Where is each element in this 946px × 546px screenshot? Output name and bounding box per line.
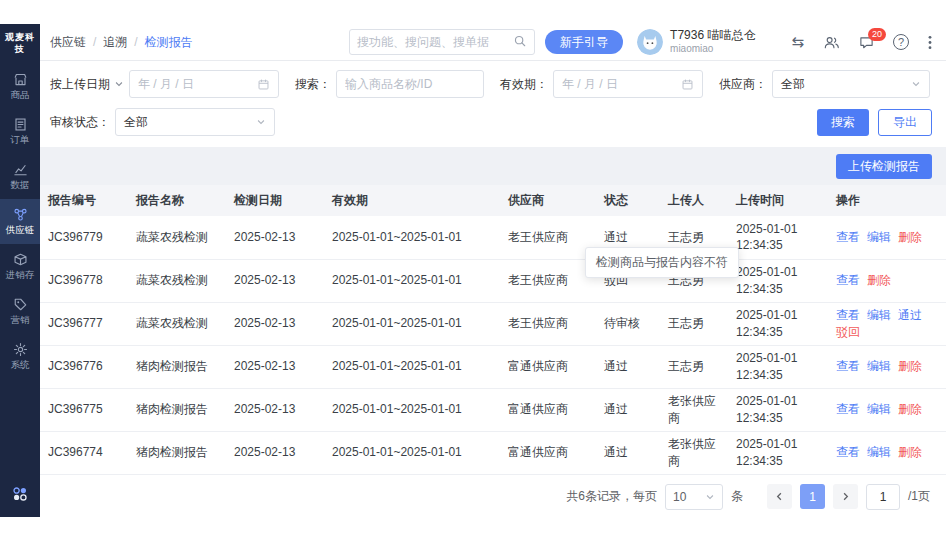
sidebar-item-inventory[interactable]: 进销存 — [0, 244, 40, 289]
date-type-dropdown[interactable]: 按上传日期 — [50, 76, 124, 93]
test-date: 2025-02-13 — [226, 302, 324, 345]
beginner-guide-button[interactable]: 新手引导 — [545, 30, 623, 54]
view-action-link[interactable]: 查看 — [836, 230, 860, 244]
search-button[interactable]: 搜索 — [817, 109, 869, 136]
uploader: 王志勇 — [660, 302, 728, 345]
approve-action-link[interactable]: 通过 — [898, 308, 922, 322]
view-action-link[interactable]: 查看 — [836, 273, 860, 287]
prev-page-button[interactable] — [767, 484, 792, 509]
product-search-input[interactable] — [336, 70, 484, 98]
edit-action-link[interactable]: 编辑 — [867, 230, 891, 244]
help-icon[interactable]: ? — [893, 34, 909, 50]
sidebar-item-goods[interactable]: 商品 — [0, 64, 40, 109]
delete-action-link[interactable]: 删除 — [898, 359, 922, 373]
uploader: 老张供应商 — [660, 431, 728, 474]
more-menu-icon[interactable] — [928, 35, 932, 50]
test-date: 2025-02-13 — [226, 345, 324, 388]
avatar — [637, 29, 663, 55]
report-id: JC396778 — [40, 259, 128, 302]
global-search-input[interactable] — [357, 35, 513, 49]
reject-action-link[interactable]: 驳回 — [836, 325, 860, 339]
upload-time: 2025-01-01 12:34:35 — [728, 345, 828, 388]
sidebar-item-orders[interactable]: 订单 — [0, 109, 40, 154]
row-actions: 查看编辑删除 — [828, 431, 946, 474]
page-1-button[interactable]: 1 — [800, 484, 825, 509]
validity-period: 2025-01-01~2025-01-01 — [324, 431, 500, 474]
validity-period: 2025-01-01~2025-01-01 — [324, 259, 500, 302]
audit-status-select[interactable]: 全部 — [115, 108, 275, 136]
breadcrumb-separator: / — [134, 35, 137, 49]
breadcrumb: 供应链 / 追溯 / 检测报告 — [50, 34, 193, 51]
supply-chain-icon — [13, 207, 28, 222]
topbar: 供应链 / 追溯 / 检测报告 新手引导 — [40, 24, 946, 61]
delete-action-link[interactable]: 删除 — [898, 230, 922, 244]
test-date: 2025-02-13 — [226, 431, 324, 474]
switch-warehouse-icon[interactable]: ⇆ — [791, 35, 804, 50]
upload-report-button[interactable]: 上传检测报告 — [836, 154, 932, 179]
order-doc-icon — [13, 117, 28, 132]
search-icon[interactable] — [513, 34, 527, 51]
sidebar-item-system[interactable]: 系统 — [0, 334, 40, 379]
table-row: JC396775猪肉检测报告2025-02-132025-01-01~2025-… — [40, 388, 946, 431]
sidebar-item-label: 数据 — [11, 181, 30, 191]
report-table-wrap: 报告编号报告名称检测日期有效期供应商状态上传人上传时间操作 JC396779蔬菜… — [40, 185, 946, 475]
table-row: JC396774猪肉检测报告2025-02-132025-01-01~2025-… — [40, 431, 946, 474]
view-action-link[interactable]: 查看 — [836, 308, 860, 322]
upload-time: 2025-01-01 12:34:35 — [728, 259, 828, 302]
audit-status-label: 审核状态： — [50, 114, 110, 131]
validity-period: 2025-01-01~2025-01-01 — [324, 216, 500, 259]
breadcrumb-trace[interactable]: 追溯 — [103, 34, 127, 51]
filter-row-2: 审核状态： 全部 搜索 导出 — [50, 108, 932, 136]
test-date: 2025-02-13 — [226, 388, 324, 431]
page-jump-input[interactable] — [866, 484, 900, 510]
column-header: 状态 — [596, 185, 660, 216]
supplier: 富通供应商 — [500, 345, 596, 388]
delete-action-link[interactable]: 删除 — [898, 402, 922, 416]
sidebar-item-marketing[interactable]: 营销 — [0, 289, 40, 334]
view-action-link[interactable]: 查看 — [836, 359, 860, 373]
contacts-icon[interactable] — [823, 35, 840, 50]
user-profile[interactable]: T7936 喵喵总仓 miaomiao — [637, 29, 755, 55]
edit-action-link[interactable]: 编辑 — [867, 445, 891, 459]
next-page-button[interactable] — [833, 484, 858, 509]
sidebar-item-supply-chain[interactable]: 供应链 — [0, 199, 40, 244]
column-header: 检测日期 — [226, 185, 324, 216]
delete-action-link[interactable]: 删除 — [898, 445, 922, 459]
calendar-icon — [257, 78, 270, 91]
edit-action-link[interactable]: 编辑 — [867, 359, 891, 373]
report-name: 蔬菜农残检测 — [128, 259, 226, 302]
global-search-box[interactable] — [349, 29, 535, 55]
total-pages-label: /1页 — [908, 488, 930, 505]
breadcrumb-supply-chain[interactable]: 供应链 — [50, 34, 86, 51]
export-button[interactable]: 导出 — [878, 109, 932, 136]
page-size-select[interactable]: 10 — [665, 484, 723, 510]
sidebar-item-data[interactable]: 数据 — [0, 154, 40, 199]
report-id: JC396774 — [40, 431, 128, 474]
column-header: 供应商 — [500, 185, 596, 216]
report-id: JC396776 — [40, 345, 128, 388]
calendar-icon — [681, 78, 694, 91]
supplier-select[interactable]: 全部 — [772, 70, 930, 98]
messages-icon[interactable]: 20 — [859, 35, 874, 50]
view-action-link[interactable]: 查看 — [836, 445, 860, 459]
view-action-link[interactable]: 查看 — [836, 402, 860, 416]
delete-action-link[interactable]: 删除 — [867, 273, 891, 287]
row-actions: 查看删除 — [828, 259, 946, 302]
report-id: JC396775 — [40, 388, 128, 431]
validity-date-input[interactable]: 年 / 月 / 日 — [553, 70, 703, 98]
apps-grid-icon[interactable] — [11, 473, 29, 517]
edit-action-link[interactable]: 编辑 — [867, 402, 891, 416]
table-row: JC396776猪肉检测报告2025-02-132025-01-01~2025-… — [40, 345, 946, 388]
status: 待审核 — [596, 302, 660, 345]
edit-action-link[interactable]: 编辑 — [867, 308, 891, 322]
message-count-badge: 20 — [868, 28, 886, 41]
validity-period: 2025-01-01~2025-01-01 — [324, 388, 500, 431]
upload-date-input[interactable]: 年 / 月 / 日 — [129, 70, 279, 98]
report-name: 蔬菜农残检测 — [128, 216, 226, 259]
validity-period: 2025-01-01~2025-01-01 — [324, 345, 500, 388]
row-actions: 查看编辑删除 — [828, 388, 946, 431]
report-table: 报告编号报告名称检测日期有效期供应商状态上传人上传时间操作 JC396779蔬菜… — [40, 185, 946, 475]
sidebar-item-label: 营销 — [11, 316, 30, 326]
validity-label: 有效期： — [500, 76, 548, 93]
store-icon — [13, 72, 28, 87]
